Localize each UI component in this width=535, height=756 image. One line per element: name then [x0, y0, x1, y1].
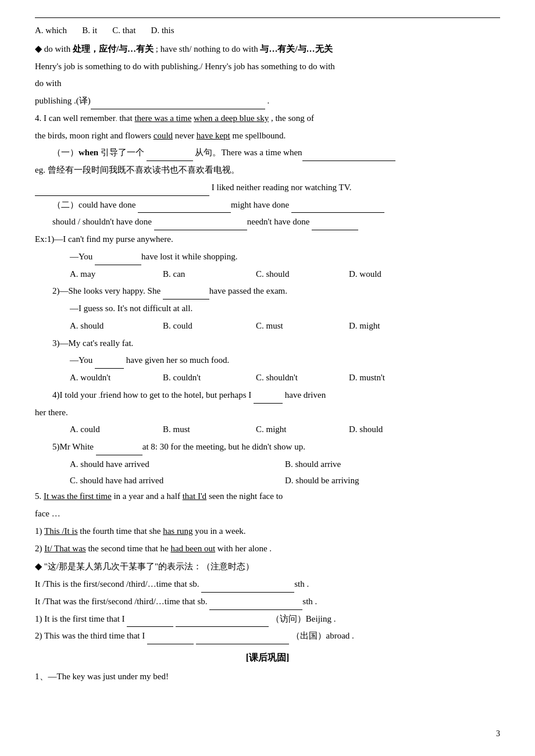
example-henry2: do with: [35, 76, 500, 92]
ex1-opt-d: D. would: [349, 266, 442, 283]
ex4-opt-c: C. might: [256, 422, 349, 438]
part2-line2: should / shouldn't have done needn't hav…: [35, 214, 500, 230]
ex1-opt-c: C. should: [256, 266, 349, 283]
blank-should: [154, 221, 247, 230]
ex5-col2: B. should arrive D. should be arriving: [285, 457, 500, 489]
ex5-q: 5)Mr White at 8: 30 for the meeting, but…: [35, 439, 500, 455]
ex5-opt-c: C. should have had arrived: [70, 473, 285, 489]
ex2-reply: —I guess so. It's not difficult at all.: [35, 301, 500, 317]
item5-underline2: that I'd: [183, 491, 206, 501]
sub1: 1) This /It is the fourth time that she …: [35, 523, 500, 540]
item4-could: could: [154, 131, 173, 140]
ex1-q: Ex:1)—I can't find my purse anywhere.: [35, 231, 500, 248]
blank-ex3: [95, 359, 124, 369]
blank-cong: [147, 152, 193, 161]
formula1: It /This is the first/second /third/…tim…: [35, 576, 500, 593]
part2: （二）could have done might have done: [35, 197, 500, 213]
sub2-underline2: had been out: [170, 544, 215, 553]
example-publishing: publishing .(译) .: [35, 93, 500, 109]
diamond-icon: ◆: [35, 44, 42, 54]
blank-ex4: [254, 394, 283, 404]
item5-underline1: It was the first time: [44, 491, 112, 501]
ex5-options: A. should have arrived C. should have ha…: [35, 457, 500, 489]
page-content: A. which B. it C. that D. this ◆ do with…: [35, 23, 500, 684]
ex5-col1: A. should have arrived C. should have ha…: [70, 457, 285, 489]
formula2: It /That was the first/second /third/…ti…: [35, 594, 500, 610]
ex5-opt-d: D. should be arriving: [285, 473, 500, 489]
do-with-bold2: 与…有关/与…无关: [260, 44, 332, 54]
part1: （一）when 引导了一个 从句。There was a time when: [35, 145, 500, 161]
blank-p2b: [196, 635, 289, 644]
ex2-options: A. should B. could C. must D. might: [35, 318, 500, 334]
bullet2: ◆ "这/那是某人第几次干某事了"的表示法：（注意时态）: [35, 558, 500, 575]
final1: 1、—The key was just under my bed!: [35, 669, 500, 685]
sub2: 2) It/ That was the second time that he …: [35, 541, 500, 557]
item5-line2: face …: [35, 506, 500, 522]
do-with-label: do with: [44, 44, 73, 54]
ex2-opt-c: C. must: [256, 318, 349, 334]
do-with-semi: ; have sth/ nothing to do with: [156, 44, 261, 54]
sub1-underline2: has rung: [163, 526, 192, 536]
blank-might2: [291, 204, 384, 213]
blank-p2a: [147, 635, 194, 644]
item4-line2: the birds, moon right and flowers could …: [35, 128, 500, 144]
blank-might: [138, 204, 231, 213]
ex3-opt-d: D. mustn't: [349, 370, 442, 386]
example-henry: Henry's job is something to do with publ…: [35, 59, 500, 75]
ex3-opt-c: C. shouldn't: [256, 370, 349, 386]
ex3-options: A. wouldn't B. couldn't C. shouldn't D. …: [35, 370, 500, 386]
section-title: [课后巩固]: [35, 649, 500, 666]
ex2-opt-a: A. should: [70, 318, 163, 334]
translation-blank: [91, 100, 265, 109]
blank-ex1: [95, 256, 141, 265]
blank-p1a: [127, 618, 173, 627]
ex3-q: 3)—My cat's really fat.: [35, 336, 500, 352]
ex5-opt-a: A. should have arrived: [70, 457, 285, 473]
diamond2-icon: ◆: [35, 561, 42, 571]
sub1-underline1: This /It is: [44, 526, 78, 536]
ex4-options: A. could B. must C. might D. should: [35, 422, 500, 438]
blank-neednt: [312, 221, 358, 230]
option-d: D. this: [151, 26, 174, 35]
ex1-opt-a: A. may: [70, 266, 163, 283]
practice1: 1) It is the first time that I （访问）Beiji…: [35, 611, 500, 627]
item4-underline1: there was a time: [134, 113, 191, 123]
item4: 4. I can well remember. that there was a…: [35, 110, 500, 127]
option-c: C. that: [112, 26, 149, 35]
ex4-opt-d: D. should: [349, 422, 442, 438]
ex2-opt-d: D. might: [349, 318, 442, 334]
option-b: B. it: [82, 26, 110, 35]
item5: 5. It was the first time in a year and a…: [35, 488, 500, 505]
ex4-q: 4)I told your .friend how to get to the …: [35, 387, 500, 404]
ex3-reply: —You have given her so much food.: [35, 352, 500, 369]
blank-eg: [35, 187, 209, 196]
blank-ex2: [163, 290, 209, 299]
ex3-opt-b: B. couldn't: [163, 370, 256, 386]
eg-english: I liked neither reading nor watching TV.: [35, 180, 500, 196]
when-bold: when: [79, 148, 98, 157]
blank-when: [302, 152, 395, 161]
options-abcd: A. which B. it C. that D. this: [35, 23, 500, 39]
option-a: A. which: [35, 26, 80, 35]
page-number: 3: [496, 729, 500, 739]
do-with-bold1: 处理，应付/与…有关: [73, 44, 154, 54]
ex4-line2: her there.: [35, 405, 500, 421]
eg-chinese: eg. 曾经有一段时间我既不喜欢读书也不喜欢看电视。: [35, 162, 500, 179]
ex3-opt-a: A. wouldn't: [70, 370, 163, 386]
top-divider: [35, 17, 500, 18]
ex5-opt-b: B. should arrive: [285, 457, 500, 473]
practice2: 2) This was the third time that I （出国）ab…: [35, 628, 500, 644]
blank-formula1: [201, 583, 294, 593]
ex2-opt-b: B. could: [163, 318, 256, 334]
item4-underline2: when a deep blue sky: [194, 113, 269, 123]
ex2-q: 2)—She looks very happy. She have passed…: [35, 283, 500, 299]
item4-have-kept: have kept: [197, 131, 230, 140]
blank-p1b: [176, 618, 269, 627]
ex4-opt-a: A. could: [70, 422, 163, 438]
bullet-do-with: ◆ do with 处理，应付/与…有关 ; have sth/ nothing…: [35, 40, 500, 58]
ex1-options: A. may B. can C. should D. would: [35, 266, 500, 283]
ex1-reply: —You have lost it while shopping.: [35, 249, 500, 265]
blank-formula2: [209, 601, 302, 610]
ex1-opt-b: B. can: [163, 266, 256, 283]
ex4-opt-b: B. must: [163, 422, 256, 438]
